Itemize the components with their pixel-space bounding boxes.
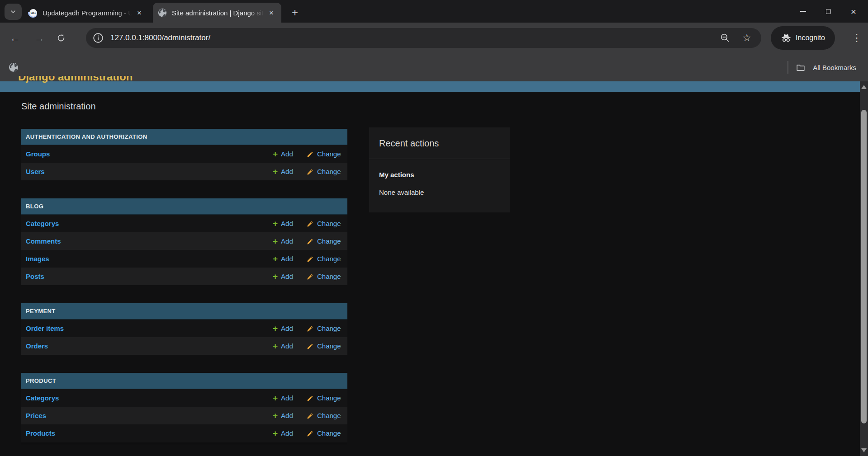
tab-updategadh[interactable]: UG Updategadh Programming - Up ×: [24, 3, 149, 23]
forward-button[interactable]: →: [33, 32, 46, 44]
my-actions-label: My actions: [379, 171, 510, 179]
recent-actions-divider: [369, 159, 510, 159]
model-link[interactable]: Categorys: [26, 394, 273, 402]
tab-search-button[interactable]: [5, 4, 22, 20]
module-header[interactable]: BLOG: [21, 198, 347, 215]
add-link[interactable]: +Add: [273, 167, 307, 176]
module-header[interactable]: PEYMENT: [21, 303, 347, 320]
add-link[interactable]: +Add: [273, 219, 307, 228]
model-link[interactable]: Orders: [26, 342, 273, 350]
updategadh-monogram: UG: [29, 9, 37, 17]
plus-icon: +: [273, 394, 278, 402]
plus-icon: +: [273, 254, 278, 263]
scrollbar-thumb[interactable]: [861, 110, 867, 423]
change-link[interactable]: Change: [307, 324, 347, 332]
plus-icon: +: [273, 167, 278, 176]
scroll-down-icon[interactable]: [861, 448, 867, 452]
none-available-label: None available: [379, 188, 510, 196]
tab-close-icon[interactable]: ×: [266, 7, 277, 18]
module-separator: [21, 444, 347, 444]
all-bookmarks-button[interactable]: All Bookmarks: [813, 64, 856, 71]
add-link[interactable]: +Add: [273, 272, 307, 281]
site-info-icon[interactable]: [92, 32, 104, 44]
add-link[interactable]: +Add: [273, 150, 307, 158]
tab-title: Updategadh Programming - Up: [43, 9, 134, 17]
model-row-order-items: Order items +Add Change: [21, 320, 347, 337]
app-module-list: AUTHENTICATION AND AUTHORIZATION Groups …: [21, 129, 347, 456]
zoom-out-icon[interactable]: [720, 33, 730, 43]
tab-close-icon[interactable]: ×: [134, 7, 145, 18]
module-peyment: PEYMENT Order items +Add Change Orders +…: [21, 303, 347, 355]
module-header[interactable]: AUTHENTICATION AND AUTHORIZATION: [21, 129, 347, 145]
change-link[interactable]: Change: [307, 342, 347, 350]
maximize-button[interactable]: [816, 0, 841, 23]
model-link[interactable]: Order items: [26, 324, 273, 332]
change-link[interactable]: Change: [307, 168, 347, 175]
change-link[interactable]: Change: [307, 255, 347, 263]
chevron-down-icon: [9, 8, 17, 15]
model-row-categorys: Categorys +Add Change: [21, 389, 347, 407]
model-row-prices: Prices +Add Change: [21, 407, 347, 424]
change-link[interactable]: Change: [307, 429, 347, 437]
model-link[interactable]: Groups: [26, 150, 273, 158]
model-link[interactable]: Images: [26, 255, 273, 263]
add-label: Add: [281, 394, 293, 402]
change-link[interactable]: Change: [307, 237, 347, 245]
close-icon: ×: [851, 7, 856, 16]
scroll-up-icon[interactable]: [861, 85, 867, 89]
bookmark-globe-icon[interactable]: [8, 62, 19, 73]
reload-button[interactable]: [56, 33, 70, 43]
add-link[interactable]: +Add: [273, 394, 307, 402]
add-link[interactable]: +Add: [273, 254, 307, 263]
plus-icon: +: [273, 150, 278, 158]
model-row-groups: Groups +Add Change: [21, 145, 347, 163]
add-link[interactable]: +Add: [273, 429, 307, 437]
add-label: Add: [281, 273, 293, 280]
change-link[interactable]: Change: [307, 412, 347, 419]
change-label: Change: [317, 168, 341, 175]
change-link[interactable]: Change: [307, 220, 347, 227]
model-link[interactable]: Posts: [26, 273, 273, 280]
pencil-icon: [307, 168, 314, 175]
new-tab-button[interactable]: +: [288, 5, 302, 20]
address-bar[interactable]: 127.0.0.1:8000/administrator/ ☆: [86, 28, 761, 48]
bookmark-star-icon[interactable]: ☆: [742, 33, 751, 43]
tab-django-admin[interactable]: Site administration | Django site ×: [153, 3, 281, 23]
page-scrollbar[interactable]: [860, 81, 868, 456]
url-text[interactable]: 127.0.0.1:8000/administrator/: [110, 33, 720, 42]
add-label: Add: [281, 324, 293, 332]
model-link[interactable]: Products: [26, 429, 273, 437]
module-auth: AUTHENTICATION AND AUTHORIZATION Groups …: [21, 129, 347, 180]
add-link[interactable]: +Add: [273, 342, 307, 350]
add-link[interactable]: +Add: [273, 411, 307, 420]
plus-icon: +: [273, 324, 278, 333]
change-link[interactable]: Change: [307, 273, 347, 280]
pencil-icon: [307, 395, 314, 402]
change-label: Change: [317, 237, 341, 245]
add-link[interactable]: +Add: [273, 237, 307, 245]
change-label: Change: [317, 394, 341, 402]
module-header[interactable]: PRODUCT: [21, 373, 347, 389]
window-controls: ×: [790, 0, 866, 23]
back-button[interactable]: ←: [8, 32, 22, 44]
add-link[interactable]: +Add: [273, 324, 307, 333]
module-product: PRODUCT Categorys +Add Change Prices +Ad…: [21, 373, 347, 442]
add-label: Add: [281, 220, 293, 227]
minimize-icon: [800, 11, 806, 12]
add-label: Add: [281, 237, 293, 245]
model-link[interactable]: Users: [26, 168, 273, 175]
plus-icon: +: [273, 342, 278, 350]
plus-icon: +: [273, 411, 278, 420]
change-link[interactable]: Change: [307, 150, 347, 158]
model-link[interactable]: Categorys: [26, 220, 273, 227]
model-link[interactable]: Prices: [26, 412, 273, 419]
browser-window: UG Updategadh Programming - Up × Site ad…: [0, 0, 868, 456]
model-link[interactable]: Comments: [26, 237, 273, 245]
minimize-button[interactable]: [790, 0, 816, 23]
browser-menu-button[interactable]: ⋮: [849, 23, 865, 53]
close-button[interactable]: ×: [841, 0, 866, 23]
plus-icon: +: [273, 219, 278, 228]
change-link[interactable]: Change: [307, 394, 347, 402]
pencil-icon: [307, 343, 314, 350]
change-label: Change: [317, 324, 341, 332]
